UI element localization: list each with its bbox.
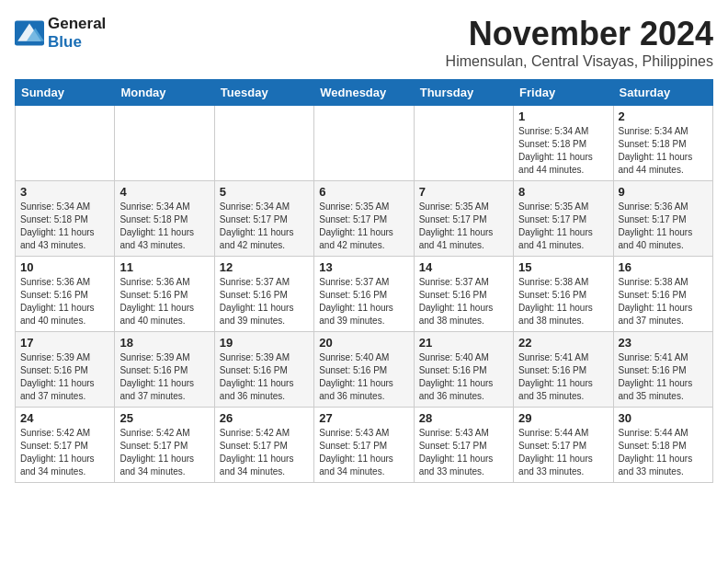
day-number: 8 [518, 185, 608, 199]
weekday-header-saturday: Saturday [613, 80, 712, 106]
day-number: 21 [419, 336, 508, 350]
day-info: Daylight: 11 hours and 37 minutes. [619, 302, 708, 327]
day-info: Sunrise: 5:43 AM [419, 427, 508, 440]
day-number: 22 [518, 336, 608, 350]
day-info: Sunrise: 5:35 AM [319, 201, 408, 213]
calendar-cell [115, 106, 214, 181]
calendar-cell: 6Sunrise: 5:35 AMSunset: 5:17 PMDaylight… [314, 181, 414, 257]
day-number: 12 [220, 260, 309, 274]
day-info: Sunset: 5:16 PM [119, 364, 209, 377]
day-info: Sunrise: 5:37 AM [220, 276, 309, 289]
calendar-cell [214, 106, 313, 181]
day-info: Sunset: 5:17 PM [419, 440, 508, 453]
day-info: Sunrise: 5:34 AM [119, 201, 209, 213]
title-area: November 2024 Himensulan, Central Visaya… [446, 15, 713, 70]
calendar-cell [314, 106, 414, 181]
day-number: 18 [119, 336, 209, 350]
day-info: Daylight: 11 hours and 36 minutes. [220, 377, 309, 403]
calendar-cell: 19Sunrise: 5:39 AMSunset: 5:16 PMDayligh… [214, 332, 313, 408]
day-info: Daylight: 11 hours and 34 minutes. [20, 453, 109, 478]
day-info: Sunset: 5:16 PM [220, 289, 309, 302]
day-info: Daylight: 11 hours and 42 minutes. [319, 226, 408, 252]
day-info: Daylight: 11 hours and 34 minutes. [220, 453, 309, 478]
calendar-cell [414, 106, 513, 181]
day-info: Daylight: 11 hours and 34 minutes. [119, 453, 209, 478]
day-info: Sunrise: 5:44 AM [619, 427, 708, 440]
day-info: Daylight: 11 hours and 37 minutes. [119, 377, 209, 403]
day-info: Sunrise: 5:39 AM [220, 351, 309, 364]
calendar-cell: 29Sunrise: 5:44 AMSunset: 5:17 PMDayligh… [514, 408, 613, 483]
calendar-cell: 13Sunrise: 5:37 AMSunset: 5:16 PMDayligh… [314, 257, 414, 332]
day-info: Daylight: 11 hours and 35 minutes. [619, 377, 708, 403]
calendar-table: SundayMondayTuesdayWednesdayThursdayFrid… [15, 79, 713, 483]
day-info: Sunset: 5:16 PM [619, 364, 708, 377]
calendar-cell: 24Sunrise: 5:42 AMSunset: 5:17 PMDayligh… [16, 408, 115, 483]
day-info: Daylight: 11 hours and 34 minutes. [319, 453, 408, 478]
day-number: 5 [220, 185, 309, 199]
header: General Blue November 2024 Himensulan, C… [15, 15, 713, 70]
calendar-cell: 30Sunrise: 5:44 AMSunset: 5:18 PMDayligh… [613, 408, 712, 483]
calendar-cell: 7Sunrise: 5:35 AMSunset: 5:17 PMDaylight… [414, 181, 513, 257]
weekday-header-thursday: Thursday [414, 80, 513, 106]
calendar-cell: 16Sunrise: 5:38 AMSunset: 5:16 PMDayligh… [613, 257, 712, 332]
day-info: Sunset: 5:16 PM [20, 289, 109, 302]
day-info: Daylight: 11 hours and 43 minutes. [20, 226, 109, 252]
day-info: Sunrise: 5:42 AM [20, 427, 109, 440]
day-info: Sunrise: 5:42 AM [119, 427, 209, 440]
calendar-cell: 1Sunrise: 5:34 AMSunset: 5:18 PMDaylight… [514, 106, 613, 181]
logo-text: General Blue [48, 15, 106, 52]
day-number: 17 [20, 336, 109, 350]
day-number: 14 [419, 260, 508, 274]
day-info: Sunrise: 5:34 AM [619, 125, 708, 138]
calendar-cell: 4Sunrise: 5:34 AMSunset: 5:18 PMDaylight… [115, 181, 214, 257]
day-info: Sunset: 5:16 PM [20, 364, 109, 377]
day-info: Daylight: 11 hours and 33 minutes. [419, 453, 508, 478]
calendar-cell: 3Sunrise: 5:34 AMSunset: 5:18 PMDaylight… [16, 181, 115, 257]
day-info: Sunrise: 5:35 AM [518, 201, 608, 213]
calendar-cell: 12Sunrise: 5:37 AMSunset: 5:16 PMDayligh… [214, 257, 313, 332]
day-info: Sunrise: 5:38 AM [518, 276, 608, 289]
calendar-cell: 9Sunrise: 5:36 AMSunset: 5:17 PMDaylight… [613, 181, 712, 257]
calendar-cell: 22Sunrise: 5:41 AMSunset: 5:16 PMDayligh… [514, 332, 613, 408]
day-info: Sunrise: 5:36 AM [619, 201, 708, 213]
day-info: Daylight: 11 hours and 44 minutes. [619, 151, 708, 177]
calendar-cell: 18Sunrise: 5:39 AMSunset: 5:16 PMDayligh… [115, 332, 214, 408]
day-info: Daylight: 11 hours and 41 minutes. [518, 226, 608, 252]
day-info: Daylight: 11 hours and 37 minutes. [20, 377, 109, 403]
day-info: Sunset: 5:17 PM [419, 213, 508, 226]
day-info: Daylight: 11 hours and 40 minutes. [619, 226, 708, 252]
calendar-cell: 11Sunrise: 5:36 AMSunset: 5:16 PMDayligh… [115, 257, 214, 332]
day-number: 11 [119, 260, 209, 274]
day-info: Daylight: 11 hours and 40 minutes. [20, 302, 109, 327]
day-info: Daylight: 11 hours and 41 minutes. [419, 226, 508, 252]
day-info: Sunset: 5:16 PM [518, 289, 608, 302]
calendar-cell: 2Sunrise: 5:34 AMSunset: 5:18 PMDaylight… [613, 106, 712, 181]
weekday-header-sunday: Sunday [16, 80, 115, 106]
day-info: Daylight: 11 hours and 39 minutes. [220, 302, 309, 327]
day-info: Daylight: 11 hours and 35 minutes. [518, 377, 608, 403]
day-info: Sunset: 5:17 PM [220, 213, 309, 226]
day-number: 19 [220, 336, 309, 350]
day-info: Sunrise: 5:34 AM [220, 201, 309, 213]
day-info: Sunset: 5:16 PM [319, 364, 408, 377]
logo: General Blue [15, 15, 106, 52]
calendar-cell: 28Sunrise: 5:43 AMSunset: 5:17 PMDayligh… [414, 408, 513, 483]
calendar-cell: 26Sunrise: 5:42 AMSunset: 5:17 PMDayligh… [214, 408, 313, 483]
day-number: 27 [319, 411, 408, 425]
day-info: Daylight: 11 hours and 38 minutes. [518, 302, 608, 327]
month-title: November 2024 [446, 15, 713, 53]
day-info: Sunrise: 5:40 AM [419, 351, 508, 364]
weekday-header-tuesday: Tuesday [214, 80, 313, 106]
day-info: Sunset: 5:17 PM [619, 213, 708, 226]
day-info: Sunset: 5:17 PM [20, 440, 109, 453]
day-info: Sunrise: 5:39 AM [119, 351, 209, 364]
day-info: Sunset: 5:16 PM [119, 289, 209, 302]
day-number: 9 [619, 185, 708, 199]
calendar-cell: 17Sunrise: 5:39 AMSunset: 5:16 PMDayligh… [16, 332, 115, 408]
day-number: 24 [20, 411, 109, 425]
day-info: Sunset: 5:18 PM [619, 138, 708, 151]
weekday-header-monday: Monday [115, 80, 214, 106]
day-info: Daylight: 11 hours and 33 minutes. [619, 453, 708, 478]
day-info: Sunset: 5:17 PM [319, 213, 408, 226]
day-info: Sunrise: 5:36 AM [20, 276, 109, 289]
